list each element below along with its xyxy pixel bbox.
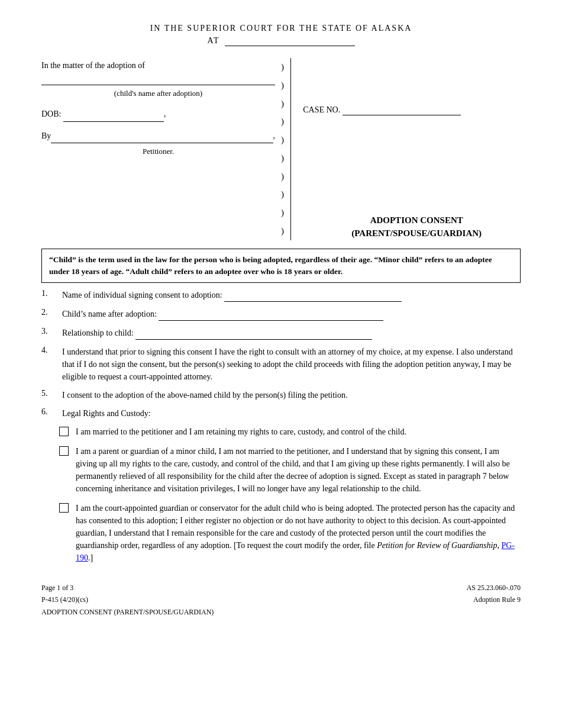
paren-lines: ) ) ) ) ) ) ) ) ) ) — [281, 58, 290, 240]
checkbox-2[interactable] — [59, 446, 69, 456]
item-5: 5. I consent to the adoption of the abov… — [41, 389, 521, 401]
matter-text: In the matter of the adoption of — [41, 58, 275, 73]
item-6-number: 6. — [41, 407, 62, 417]
item-5-content: I consent to the adoption of the above-n… — [62, 389, 521, 401]
footer-left: Page 1 of 3 P-415 (4/20)(cs) ADOPTION CO… — [41, 582, 214, 618]
item-1: 1. Name of individual signing consent to… — [41, 289, 521, 302]
item-4: 4. I understand that prior to signing th… — [41, 346, 521, 383]
item-1-content: Name of individual signing consent to ad… — [62, 289, 521, 302]
item-1-number: 1. — [41, 289, 62, 298]
at-label: AT — [207, 36, 219, 46]
item-1-field[interactable] — [224, 289, 402, 302]
item-6-content: Legal Rights and Custody: — [62, 407, 521, 420]
item-3: 3. Relationship to child: — [41, 327, 521, 340]
footer-form-code: P-415 (4/20)(cs) — [41, 594, 214, 605]
item-3-field[interactable] — [135, 327, 372, 340]
child-name-label: (child's name after adoption) — [41, 86, 275, 100]
by-label: By — [41, 128, 51, 143]
right-column: CASE NO. ADOPTION CONSENT (PARENT/SPOUSE… — [290, 58, 530, 240]
dob-label: DOB: — [41, 109, 61, 118]
checkbox-2-content: I am a parent or guardian of a minor chi… — [76, 445, 521, 495]
checkbox-3[interactable] — [59, 503, 69, 513]
numbered-items: 1. Name of individual signing consent to… — [41, 289, 521, 564]
by-field[interactable] — [51, 128, 273, 143]
item-2-field[interactable] — [159, 308, 383, 321]
checkbox-3-content: I am the court-appointed guardian or con… — [76, 502, 521, 564]
dob-row: DOB: , — [41, 107, 275, 122]
left-column: In the matter of the adoption of (child'… — [41, 58, 281, 240]
checkbox-1-text: I am married to the petitioner and I am … — [76, 427, 406, 436]
notice-text: “Child” is the term used in the law for … — [49, 255, 492, 276]
item-6: 6. Legal Rights and Custody: — [41, 407, 521, 420]
item-3-number: 3. — [41, 327, 62, 336]
footer-page: Page 1 of 3 — [41, 582, 214, 594]
item-2: 2. Child’s name after adoption: — [41, 308, 521, 321]
item-5-text: I consent to the adoption of the above-n… — [62, 391, 348, 400]
footer-form-title: ADOPTION CONSENT (PARENT/SPOUSE/GUARDIAN… — [41, 606, 214, 618]
item-2-number: 2. — [41, 308, 62, 317]
court-title-header: IN THE SUPERIOR COURT FOR THE STATE OF A… — [41, 24, 521, 46]
notice-box: “Child” is the term used in the law for … — [41, 249, 521, 284]
case-no-field[interactable] — [343, 105, 461, 115]
adoption-title-line1: ADOPTION CONSENT — [303, 214, 530, 227]
checkbox-item-2: I am a parent or guardian of a minor chi… — [59, 445, 521, 495]
court-title: IN THE SUPERIOR COURT FOR THE STATE OF A… — [41, 24, 521, 33]
dob-comma: , — [164, 109, 166, 118]
checkbox-item-3: I am the court-appointed guardian or con… — [59, 502, 521, 564]
checkbox-1-content: I am married to the petitioner and I am … — [76, 426, 521, 438]
at-underline — [225, 36, 355, 46]
item-5-number: 5. — [41, 389, 62, 398]
item-6-text: Legal Rights and Custody: — [62, 409, 151, 418]
checkbox-2-text: I am a parent or guardian of a minor chi… — [76, 447, 510, 493]
item-4-number: 4. — [41, 346, 62, 355]
by-row: By , — [41, 128, 275, 143]
petitioner-label: Petitioner. — [41, 144, 275, 158]
dob-field[interactable] — [63, 107, 164, 122]
footer-statute: AS 25.23.060-.070 — [467, 582, 521, 594]
paren-column: ) ) ) ) ) ) ) ) ) ) — [281, 58, 290, 240]
footer-rule: Adoption Rule 9 — [467, 594, 521, 605]
child-name-line[interactable] — [41, 85, 275, 85]
petition-italic: Petition for Review of Guardianship — [377, 541, 497, 550]
by-comma: , — [273, 128, 276, 143]
footer: Page 1 of 3 P-415 (4/20)(cs) ADOPTION CO… — [41, 582, 521, 618]
adoption-title: ADOPTION CONSENT (PARENT/SPOUSE/GUARDIAN… — [303, 214, 530, 240]
left-content: In the matter of the adoption of (child'… — [41, 58, 275, 158]
case-no-label: CASE NO. — [303, 105, 340, 114]
item-4-content: I understand that prior to signing this … — [62, 346, 521, 383]
item-3-content: Relationship to child: — [62, 327, 521, 340]
case-no-section: CASE NO. — [303, 105, 530, 115]
item-4-text: I understand that prior to signing this … — [62, 347, 513, 381]
footer-right: AS 25.23.060-.070 Adoption Rule 9 — [467, 582, 521, 618]
checkbox-1[interactable] — [59, 427, 69, 436]
item-2-content: Child’s name after adoption: — [62, 308, 521, 321]
case-section: In the matter of the adoption of (child'… — [41, 58, 521, 240]
item-2-text: Child’s name after adoption: — [62, 310, 157, 318]
adoption-title-line2: (PARENT/SPOUSE/GUARDIAN) — [303, 227, 530, 240]
child-name-section: (child's name after adoption) — [41, 85, 275, 100]
checkbox-item-1: I am married to the petitioner and I am … — [59, 426, 521, 438]
item-3-text: Relationship to child: — [62, 328, 134, 337]
item-1-text: Name of individual signing consent to ad… — [62, 291, 222, 299]
